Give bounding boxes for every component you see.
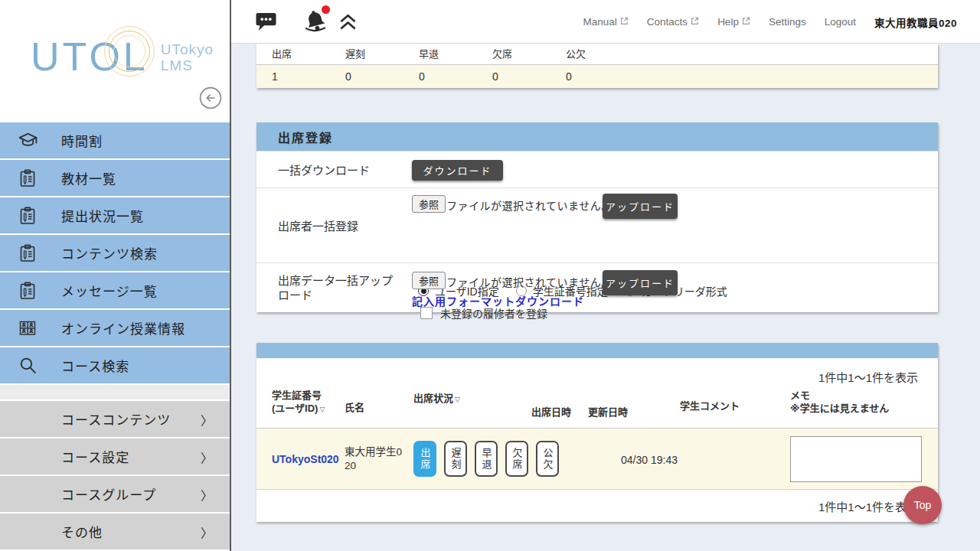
attendance-summary-table: 出席 遅刻 早退 欠席 公欠 1 0 0 0 0 <box>256 44 938 88</box>
browse-file-button[interactable]: 参照 <box>412 272 446 289</box>
summary-header: 欠席 <box>492 44 512 65</box>
graduation-cap-icon <box>17 130 38 152</box>
summary-value: 1 <box>272 65 278 88</box>
logo-subtext: UTokyo LMS <box>161 41 214 77</box>
chevron-right-icon: 〉 <box>201 448 213 466</box>
sort-icon[interactable]: ▽ <box>455 396 460 403</box>
notification-dot <box>322 5 330 14</box>
student-id-link[interactable]: UTokyoSt020 <box>272 453 339 465</box>
chevron-right-icon: 〉 <box>201 523 213 541</box>
format-download-link[interactable]: 記入用フォーマットダウンロード <box>412 293 584 308</box>
contacts-link[interactable]: Contacts <box>647 16 699 28</box>
column-header-name: 氏名 <box>345 401 364 414</box>
sidebar-item-messages[interactable]: メッセージ一覧 <box>0 272 230 308</box>
main-content: Manual Contacts Help Settings Logout 東大用… <box>230 0 980 551</box>
scroll-to-top-button[interactable]: Top <box>903 486 942 524</box>
sidebar-item-label: 提出状況一覧 <box>61 206 144 225</box>
collapse-sidebar-button[interactable] <box>199 86 222 109</box>
sidebar-item-course-group[interactable]: コースグループ 〉 <box>0 476 230 512</box>
column-header-status[interactable]: 出席状況▽ <box>413 392 460 406</box>
attendance-data-upload-row: 出席データ一括アップロード 参照 ファイルが選択されていません。 アップロード … <box>256 262 938 312</box>
sidebar-item-label: コンテンツ検索 <box>61 243 158 262</box>
sidebar-item-course-contents[interactable]: コースコンテンツ 〉 <box>0 401 230 437</box>
sidebar-item-label: コース設定 <box>61 447 129 466</box>
message-icon[interactable] <box>255 0 277 44</box>
clipboard-icon <box>17 280 38 302</box>
download-button[interactable]: ダウンロード <box>412 160 503 181</box>
magnifier-icon <box>17 355 38 377</box>
help-link[interactable]: Help <box>717 16 750 28</box>
sidebar-item-label: オンライン授業情報 <box>61 318 185 337</box>
sidebar-item-course-settings[interactable]: コース設定 〉 <box>0 439 230 474</box>
students-table-header: 1件中1〜1件を表示 学生証番号 (ユーザID)▽ 氏名 出席状況▽ 出席日時 … <box>256 358 938 429</box>
user-name: 東大用教職員020 <box>874 15 957 30</box>
utol-logo: UTOL UTokyo LMS <box>31 37 214 77</box>
summary-value: 0 <box>419 65 425 88</box>
data-bulk-upload-label: 出席データ一括アップロード <box>278 273 400 302</box>
logout-link[interactable]: Logout <box>825 16 856 28</box>
sidebar: UTOL UTokyo LMS 時間割 教材一覧 提出状況一覧 <box>0 0 230 551</box>
sidebar-item-label: コースグループ <box>61 484 156 504</box>
student-name: 東大用学生020 <box>345 445 407 473</box>
result-count-text: 1件中1〜1件を表示 <box>818 369 918 385</box>
column-header-attend-time: 出席日時 <box>531 406 571 419</box>
status-button-absent[interactable]: 欠席 <box>505 441 528 477</box>
attendee-bulk-label: 出席者一括登録 <box>278 218 400 233</box>
sidebar-item-timetable[interactable]: 時間割 <box>0 122 230 158</box>
sidebar-divider <box>0 385 230 399</box>
summary-header: 遅刻 <box>345 44 365 65</box>
status-button-excused-absence[interactable]: 公欠 <box>536 441 559 477</box>
column-header-student-comment: 学生コメント <box>680 399 740 412</box>
topbar-links: Manual Contacts Help Settings Logout 東大用… <box>583 0 957 44</box>
external-link-icon <box>691 16 699 28</box>
upload-button[interactable]: アップロード <box>603 194 678 219</box>
sidebar-item-materials[interactable]: 教材一覧 <box>0 160 230 196</box>
sidebar-item-label: メッセージ一覧 <box>61 281 158 300</box>
memo-textarea[interactable] <box>790 436 922 482</box>
sidebar-item-content-search[interactable]: コンテンツ検索 <box>0 235 230 271</box>
summary-value: 0 <box>492 65 498 88</box>
status-button-present[interactable]: 出席 <box>413 441 436 477</box>
sidebar-item-others[interactable]: その他 〉 <box>0 514 230 549</box>
bell-icon[interactable] <box>302 0 329 44</box>
manual-link[interactable]: Manual <box>583 16 629 28</box>
upload-button[interactable]: アップロード <box>603 270 678 295</box>
students-attendance-table: 1件中1〜1件を表示 学生証番号 (ユーザID)▽ 氏名 出席状況▽ 出席日時 … <box>256 343 938 522</box>
topbar: Manual Contacts Help Settings Logout 東大用… <box>231 0 980 44</box>
settings-link[interactable]: Settings <box>769 16 806 28</box>
attendee-bulk-register-row: 出席者一括登録 参照 ファイルが選択されていません。 アップロード ユーザID指… <box>256 187 938 262</box>
sidebar-item-course-search[interactable]: コース検索 <box>0 347 230 383</box>
no-file-selected-text: ファイルが選択されていません。 <box>446 274 612 289</box>
status-button-late[interactable]: 遅刻 <box>444 441 467 477</box>
attendance-register-panel: 出席登録 一括ダウンロード ダウンロード 出席者一括登録 参照 ファイルが選択さ… <box>256 122 938 312</box>
external-link-icon <box>620 16 629 28</box>
arrow-left-circle-icon <box>199 100 222 112</box>
summary-value: 0 <box>345 65 351 88</box>
table-header-bar <box>256 343 938 358</box>
summary-header-row: 出席 遅刻 早退 欠席 公欠 <box>256 44 938 65</box>
bulk-download-label: 一括ダウンロード <box>278 162 400 177</box>
summary-header: 出席 <box>272 44 292 65</box>
collapse-header-icon[interactable] <box>338 0 358 44</box>
sidebar-item-label: コース検索 <box>61 356 129 375</box>
column-header-update-time: 更新日時 <box>588 406 628 419</box>
sidebar-item-label: 時間割 <box>61 131 103 150</box>
chevron-right-icon: 〉 <box>201 410 213 429</box>
column-header-memo: メモ ※学生には見えません <box>790 389 889 415</box>
bulk-download-row: 一括ダウンロード ダウンロード <box>256 151 938 187</box>
attendance-status-buttons: 出席 遅刻 早退 欠席 公欠 <box>413 441 559 477</box>
logo-text: UTOL <box>31 37 149 77</box>
status-button-leave-early[interactable]: 早退 <box>475 441 498 477</box>
table-row: UTokyoSt020 東大用学生020 出席 遅刻 早退 欠席 公欠 04/3… <box>256 429 938 490</box>
logo-area: UTOL UTokyo LMS <box>0 0 230 122</box>
chevron-right-icon: 〉 <box>201 485 213 504</box>
summary-header: 公欠 <box>566 44 586 65</box>
sidebar-item-submission-status[interactable]: 提出状況一覧 <box>0 197 230 233</box>
sort-icon[interactable]: ▽ <box>319 406 325 413</box>
clipboard-icon <box>17 168 38 189</box>
browse-file-button[interactable]: 参照 <box>412 195 446 213</box>
column-header-student-id[interactable]: 学生証番号 (ユーザID)▽ <box>272 389 325 416</box>
summary-value-row: 1 0 0 0 0 <box>256 65 938 88</box>
sidebar-item-label: 教材一覧 <box>61 168 116 187</box>
sidebar-item-online-class-info[interactable]: オンライン授業情報 <box>0 310 230 346</box>
